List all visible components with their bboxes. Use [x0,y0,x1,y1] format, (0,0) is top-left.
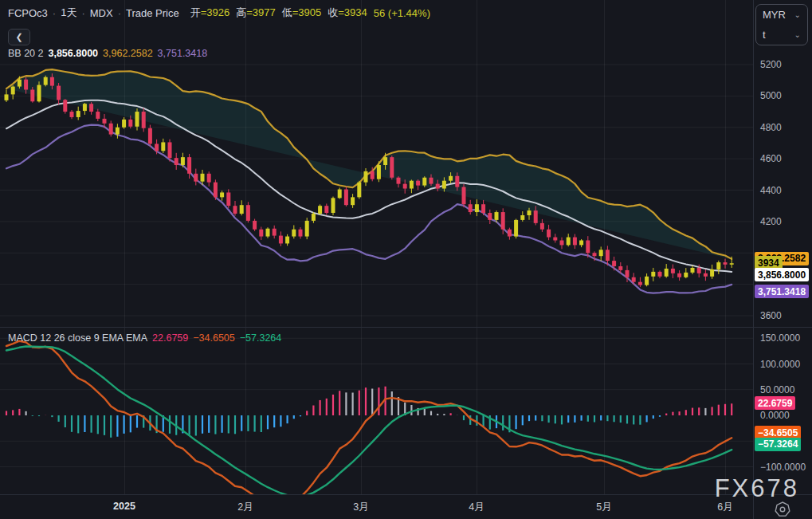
time-label: 5月 [596,501,611,514]
price-badge: 3,751.3418 [755,285,809,298]
ohlc-item: 低=3905 [282,6,322,20]
scale-label: 50.0000 [760,384,794,395]
price-scale[interactable]: 5200500048004600440042003600150.0000100.… [753,0,812,519]
scale-label: 150.0000 [760,332,800,344]
time-axis[interactable]: 20252月3月4月5月6月 [0,494,753,519]
scale-label: 4200 [760,216,782,227]
unit-value: t [763,29,766,41]
macd-hist-value: 22.6759 [152,332,188,344]
scale-label: 5200 [760,59,782,70]
bb-lower-value: 3,751.3418 [158,48,208,59]
legend-separator: · [118,7,121,19]
macd-histogram [6,387,732,438]
watermark: FX678 [715,474,799,503]
chevron-down-icon: ⌄ [794,31,801,39]
time-label: 2月 [237,501,253,514]
bb-fill [6,69,732,259]
time-label: 3月 [353,501,368,514]
scale-label: 4800 [760,122,782,133]
currency-select[interactable]: MYR ⌄ [756,5,807,25]
symbol-legend: FCPOc3 · 1天 · MDX · Trade Price 开=3926高=… [8,6,430,20]
bb-upper-value: 3,962.2582 [103,48,153,59]
interval-label: 1天 [61,6,76,20]
change-value: 56 (+1.44%) [374,7,430,19]
scale-label: 4600 [760,153,782,164]
legend-separator: · [81,7,84,19]
price-badge: −57.3264 [755,438,801,451]
back-button[interactable]: ❮ [8,29,30,45]
ohlc-item: 收=3934 [328,6,367,20]
series-type-label: Trade Price [126,7,179,19]
scale-label: 4400 [760,185,782,196]
scale-label: 100.0000 [760,359,800,370]
currency-unit-box: MYR ⌄ t ⌄ [755,4,808,45]
bb-basis-line [6,100,732,272]
currency-value: MYR [763,9,786,21]
symbol-name: FCPOc3 [8,7,48,19]
bb-title: BB 20 2 [8,48,43,59]
exchange-label: MDX [90,7,113,19]
pane-divider[interactable] [0,327,812,328]
time-label: 2025 [113,501,135,512]
macd-legend: MACD 12 26 close 9 EMA EMA 22.6759 −34.6… [8,332,281,344]
price-badge: 22.6759 [755,396,795,410]
scale-label: 5000 [760,90,782,101]
macd-line-value: −34.6505 [193,332,234,344]
macd-title: MACD 12 26 close 9 EMA EMA [8,332,147,344]
scale-label: 0.0000 [760,410,790,421]
chevron-down-icon: ⌄ [794,11,801,19]
scale-label: 3600 [760,310,782,321]
price-badge: 3,856.8000 [755,268,809,281]
chart-window: FCPOc3 · 1天 · MDX · Trade Price 开=3926高=… [0,0,812,519]
ohlc-item: 高=3977 [236,6,276,20]
scale-label: −100.0000 [760,462,806,473]
ohlc-values: 开=3926高=3977低=3905收=3934 [190,6,367,20]
macd-signal-line [6,347,732,495]
macd-signal-value: −57.3264 [240,332,281,344]
chart-canvas[interactable] [0,0,753,494]
radar-icon[interactable] [774,501,791,518]
bb-basis-value: 3,856.8000 [48,48,98,59]
time-label: 4月 [469,501,484,514]
bb-legend: BB 20 2 3,856.8000 3,962.2582 3,751.3418 [8,48,207,59]
legend-separator: · [53,7,56,19]
unit-select[interactable]: t ⌄ [756,25,807,45]
ohlc-item: 开=3926 [190,6,230,20]
